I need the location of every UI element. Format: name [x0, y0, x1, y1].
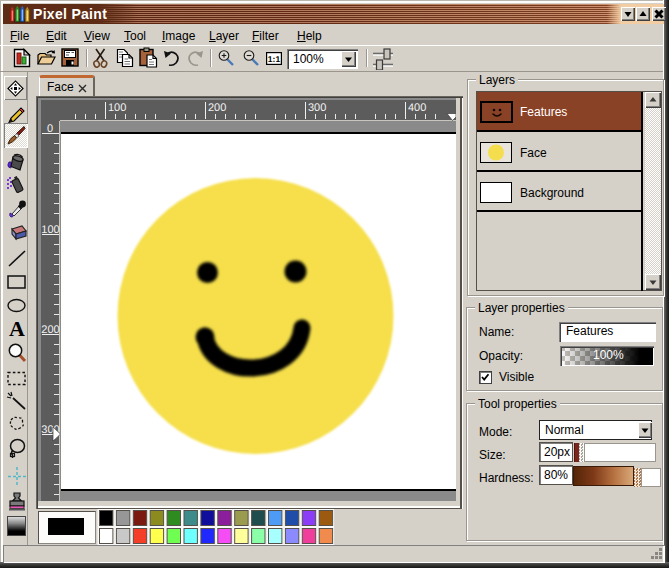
svg-text:300: 300	[308, 102, 326, 114]
svg-text:400: 400	[408, 102, 426, 114]
svg-text:100: 100	[41, 224, 59, 236]
svg-text:1:1: 1:1	[268, 54, 281, 64]
svg-text:0: 0	[47, 123, 53, 135]
svg-text:200: 200	[41, 324, 59, 336]
svg-text:100: 100	[108, 102, 126, 114]
svg-text:200: 200	[208, 102, 226, 114]
